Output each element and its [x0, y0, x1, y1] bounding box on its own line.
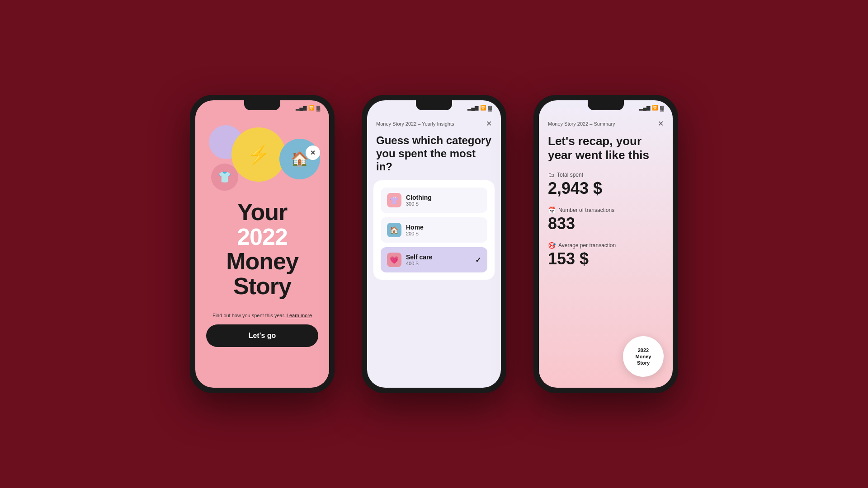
circles-decoration: 👕 ⚡ 🏠 [195, 114, 329, 213]
home-option-icon: 🏠 [387, 223, 401, 237]
phone3-stats: 🗂 Total spent 2,943 $ 📅 Number of transa… [539, 171, 673, 267]
average-value: 153 $ [548, 250, 664, 268]
status-icons-3: ▂▄▆ 🛜 ▓ [639, 105, 664, 111]
phone-1: ▂▄▆ 🛜 ▓ 👕 ⚡ 🏠 ✕ [190, 95, 335, 393]
phone3-close-button[interactable]: ✕ [658, 119, 664, 128]
status-icons-1: ▂▄▆ 🛜 ▓ [296, 105, 320, 111]
option-clothing[interactable]: 👚 Clothing 300 $ [381, 188, 487, 213]
battery-icon-1: ▓ [316, 105, 320, 111]
selfcare-price: 400 $ [406, 261, 471, 266]
wifi-icon-2: 🛜 [480, 105, 486, 111]
lets-go-button[interactable]: Let's go [206, 324, 318, 347]
selfcare-icon: 💗 [387, 253, 401, 267]
notch-2 [416, 100, 452, 110]
phone2-options: 👚 Clothing 300 $ 🏠 Home 200 $ 💗 Self car… [373, 180, 495, 280]
wifi-icon-3: 🛜 [652, 105, 658, 111]
phone2-question: Guess which category you spent the most … [367, 134, 501, 180]
phone-2: ▂▄▆ 🛜 ▓ Money Story 2022 – Yearly Insigh… [362, 95, 506, 393]
phone3-header-title: Money Story 2022 – Summary [548, 121, 615, 127]
total-spent-label: 🗂 Total spent [548, 171, 664, 178]
clothing-price: 300 $ [406, 201, 481, 206]
learn-more-link[interactable]: Learn more [287, 313, 312, 318]
signal-icon-1: ▂▄▆ [296, 105, 307, 111]
circle-pink: 👕 [211, 164, 238, 191]
home-text: Home 200 $ [406, 224, 481, 236]
selfcare-text: Self care 400 $ [406, 253, 471, 266]
circle-yellow: ⚡ [231, 127, 286, 182]
close-button[interactable]: ✕ [306, 145, 320, 160]
battery-icon-3: ▓ [660, 105, 664, 111]
clothing-name: Clothing [406, 194, 481, 201]
option-home[interactable]: 🏠 Home 200 $ [381, 217, 487, 243]
phone-3: ▂▄▆ 🛜 ▓ Money Story 2022 – Summary ✕ Let… [533, 95, 678, 393]
home-name: Home [406, 224, 481, 231]
selfcare-name: Self care [406, 253, 471, 261]
signal-icon-3: ▂▄▆ [639, 105, 650, 111]
option-selfcare[interactable]: 💗 Self care 400 $ ✓ [381, 247, 487, 272]
phone1-content: 👕 ⚡ 🏠 ✕ Your 2022 Money Story [195, 100, 329, 388]
stat-total-spent: 🗂 Total spent 2,943 $ [548, 171, 664, 197]
selected-checkmark: ✓ [475, 256, 481, 264]
notch-1 [244, 100, 280, 110]
money-story-badge: 2022 Money Story [623, 336, 664, 377]
shirt-icon: 👕 [218, 171, 231, 183]
phone1-title: Your 2022 Money Story [226, 200, 298, 298]
total-spent-icon: 🗂 [548, 171, 554, 178]
total-spent-value: 2,943 $ [548, 179, 664, 197]
transactions-label: 📅 Number of transactions [548, 206, 664, 214]
stat-transactions: 📅 Number of transactions 833 [548, 206, 664, 233]
phone2-close-button[interactable]: ✕ [486, 119, 492, 128]
clothing-icon: 👚 [387, 193, 401, 207]
signal-icon-2: ▂▄▆ [467, 105, 478, 111]
clothing-text: Clothing 300 $ [406, 194, 481, 206]
transactions-value: 833 [548, 215, 664, 233]
wifi-icon-1: 🛜 [308, 105, 315, 111]
average-icon: 🎯 [548, 242, 556, 249]
home-price: 200 $ [406, 231, 481, 236]
status-icons-2: ▂▄▆ 🛜 ▓ [467, 105, 492, 111]
phone2-header-title: Money Story 2022 – Yearly Insights [376, 121, 454, 127]
phone3-recap-title: Let's recap, your year went like this [539, 134, 673, 171]
bolt-icon: ⚡ [247, 144, 270, 165]
average-label: 🎯 Average per transaction [548, 242, 664, 249]
battery-icon-2: ▓ [488, 105, 492, 111]
notch-3 [588, 100, 624, 110]
phone1-subtitle: Find out how you spent this year. Learn … [212, 313, 312, 318]
transactions-icon: 📅 [548, 206, 556, 214]
stat-average: 🎯 Average per transaction 153 $ [548, 242, 664, 268]
close-icon: ✕ [310, 149, 316, 156]
